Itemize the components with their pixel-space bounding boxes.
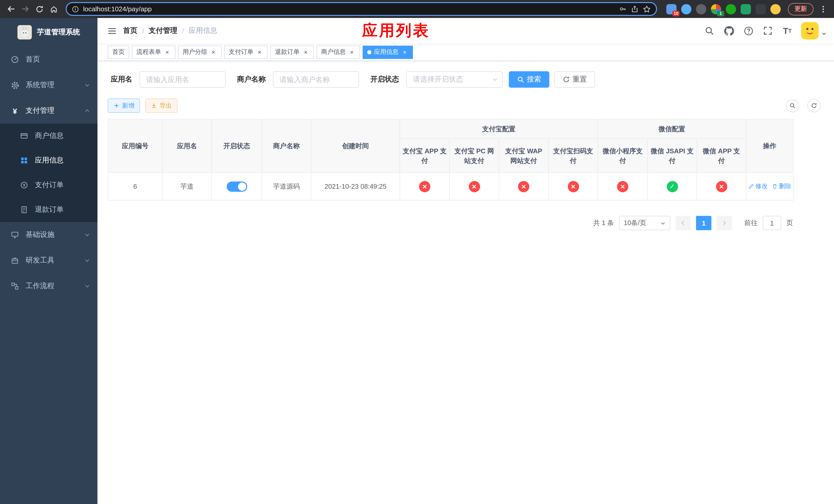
merchant-name-input[interactable]	[273, 71, 359, 88]
breadcrumb-payment[interactable]: 支付管理	[149, 26, 177, 36]
tab-flow-form[interactable]: 流程表单 ×	[132, 45, 175, 59]
navbar: 首页 / 支付管理 / 应用信息 应用列表	[97, 18, 834, 44]
tab-label: 商户信息	[321, 48, 346, 56]
goto-page-input[interactable]	[763, 216, 781, 230]
close-icon[interactable]: ×	[302, 48, 309, 55]
toggle-search-button[interactable]	[786, 99, 799, 112]
back-button[interactable]	[4, 2, 18, 16]
sidebar-item-workflow[interactable]: 工作流程	[0, 273, 97, 299]
bookmark-star-icon[interactable]	[643, 5, 651, 13]
url-text: localhost:1024/pay/app	[83, 5, 615, 13]
tab-label: 流程表单	[136, 48, 161, 56]
tab-merchant-info[interactable]: 商户信息 ×	[316, 45, 360, 59]
address-bar[interactable]: localhost:1024/pay/app	[66, 2, 657, 16]
home-button[interactable]	[47, 2, 61, 16]
sidebar-item-refund-order[interactable]: 退款订单	[0, 198, 97, 222]
status-alipay-app	[419, 181, 430, 192]
hamburger-icon[interactable]	[103, 22, 121, 40]
tags-view: 首页 流程表单 × 用户分组 × 支付订单 × 退款订单 ×	[97, 44, 834, 61]
tab-pay-order[interactable]: 支付订单 ×	[224, 45, 268, 59]
extension-icon-5[interactable]	[726, 4, 736, 14]
extension-icon-3[interactable]	[696, 4, 706, 14]
user-menu[interactable]	[801, 22, 827, 40]
fullscreen-icon[interactable]	[762, 25, 773, 37]
status-alipay-wap	[518, 181, 529, 192]
close-icon[interactable]: ×	[348, 48, 355, 55]
page-1-button[interactable]: 1	[696, 216, 711, 230]
status-label: 开启状态	[370, 75, 399, 84]
caret-down-icon	[821, 30, 827, 36]
tab-refund-order[interactable]: 退款订单 ×	[270, 45, 314, 59]
next-page-button[interactable]	[717, 216, 732, 230]
browser-update-button[interactable]: 更新	[788, 3, 813, 15]
col-wx-jsapi: 微信 JSAPI 支付	[648, 139, 697, 173]
add-button[interactable]: 新增	[108, 98, 140, 113]
sidebar-item-infrastructure[interactable]: 基础设施	[0, 222, 97, 248]
export-button[interactable]: 导出	[145, 98, 177, 113]
tab-home[interactable]: 首页	[108, 45, 129, 59]
sidebar-item-system[interactable]: 系统管理	[0, 72, 97, 98]
sidebar-item-label: 支付订单	[35, 181, 64, 190]
sidebar-logo-row[interactable]: 芋道管理系统	[0, 18, 97, 47]
extension-icon-6[interactable]	[741, 4, 751, 14]
extension-icon-2[interactable]	[681, 4, 692, 14]
share-icon[interactable]	[631, 5, 639, 13]
status-toggle[interactable]	[226, 181, 247, 191]
search-icon[interactable]	[704, 25, 715, 37]
page-content: 应用名 商户名称 开启状态 请选择开启状态 搜索	[97, 61, 834, 504]
close-icon[interactable]: ×	[401, 48, 408, 55]
close-icon[interactable]: ×	[163, 48, 171, 55]
app-name-input[interactable]	[139, 71, 226, 88]
sidebar-item-label: 应用信息	[35, 156, 64, 165]
extension-icon-7[interactable]	[755, 4, 766, 14]
goto-label: 前往	[744, 219, 758, 228]
prev-page-button[interactable]	[676, 216, 691, 230]
breadcrumb-home[interactable]: 首页	[123, 26, 137, 36]
reload-button[interactable]	[33, 2, 46, 16]
sidebar-item-label: 退款订单	[35, 205, 64, 214]
sidebar-item-label: 系统管理	[26, 81, 54, 90]
chevron-down-icon	[84, 82, 90, 88]
extension-icon-1[interactable]: 10	[666, 4, 677, 14]
github-icon[interactable]	[723, 25, 734, 37]
sidebar-item-home[interactable]: 首页	[0, 47, 97, 72]
close-icon[interactable]: ×	[256, 48, 263, 55]
cell-created: 2021-10-23 08:49:25	[311, 173, 400, 200]
sidebar-item-app-info[interactable]: 应用信息	[0, 148, 97, 173]
sidebar-item-merchant-info[interactable]: 商户信息	[0, 123, 97, 148]
status-select[interactable]: 请选择开启状态	[406, 71, 503, 88]
payment-submenu: 商户信息 应用信息 支付订单	[0, 123, 97, 222]
table-row: 6 芋道 芋道源码 2021-10-23 08:49:25	[108, 173, 793, 200]
help-icon[interactable]	[743, 25, 754, 37]
delete-button[interactable]: 删除	[772, 182, 791, 191]
search-button[interactable]: 搜索	[509, 71, 549, 88]
font-size-icon[interactable]: TT	[782, 25, 793, 37]
sidebar-item-label: 研发工具	[26, 256, 54, 265]
page-size-select[interactable]: 10条/页	[619, 216, 671, 230]
site-info-icon[interactable]	[72, 5, 79, 13]
chevron-down-icon	[84, 257, 90, 264]
grid-icon	[20, 156, 29, 165]
password-key-icon[interactable]	[619, 5, 627, 13]
col-action: 操作	[746, 119, 793, 173]
sidebar-item-payment[interactable]: ¥ 支付管理	[0, 98, 97, 123]
tab-app-info[interactable]: 应用信息 ×	[363, 45, 413, 59]
sidebar-item-pay-order[interactable]: 支付订单	[0, 173, 97, 198]
extension-icon-8[interactable]	[770, 4, 781, 14]
sidebar-item-label: 工作流程	[26, 281, 54, 291]
extension-icon-4[interactable]: 1	[711, 4, 721, 14]
edit-button[interactable]: 修改	[748, 182, 768, 191]
refresh-button[interactable]	[807, 99, 821, 112]
cell-status	[212, 173, 262, 200]
reset-button[interactable]: 重置	[554, 71, 595, 88]
tab-user-group[interactable]: 用户分组 ×	[178, 45, 222, 59]
sidebar-item-label: 基础设施	[26, 230, 54, 239]
col-wx-mini: 微信小程序支付	[598, 139, 648, 173]
forward-button[interactable]	[19, 2, 32, 16]
breadcrumb-separator: /	[142, 27, 144, 35]
browser-menu-icon[interactable]	[816, 2, 830, 16]
col-wx-app: 微信 APP 支付	[697, 139, 746, 173]
close-icon[interactable]: ×	[210, 48, 217, 55]
sidebar-item-devtools[interactable]: 研发工具	[0, 248, 97, 273]
app-name-label: 应用名	[111, 75, 132, 84]
